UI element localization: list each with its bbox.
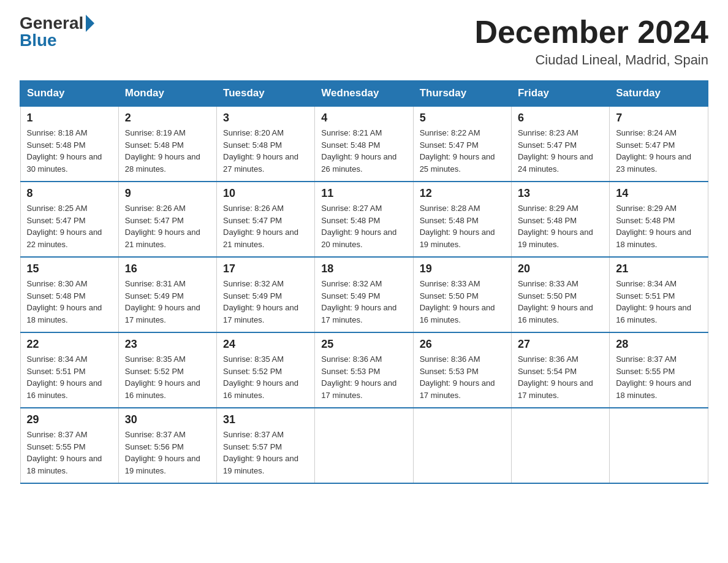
day-number: 5 — [420, 112, 505, 124]
day-number: 30 — [125, 413, 210, 426]
day-number: 31 — [223, 413, 308, 426]
day-info: Sunrise: 8:25 AM Sunset: 5:47 PM Dayligh… — [27, 202, 112, 250]
day-number: 26 — [420, 338, 505, 351]
day-number: 13 — [518, 187, 603, 200]
calendar-day-cell — [315, 408, 413, 483]
calendar-day-cell: 16 Sunrise: 8:31 AM Sunset: 5:49 PM Dayl… — [118, 257, 216, 332]
day-info: Sunrise: 8:33 AM Sunset: 5:50 PM Dayligh… — [420, 278, 505, 326]
calendar-day-cell: 4 Sunrise: 8:21 AM Sunset: 5:48 PM Dayli… — [315, 106, 413, 182]
day-info: Sunrise: 8:29 AM Sunset: 5:48 PM Dayligh… — [616, 202, 701, 250]
day-info: Sunrise: 8:35 AM Sunset: 5:52 PM Dayligh… — [125, 353, 210, 401]
day-number: 1 — [27, 112, 112, 124]
day-of-week-header: Wednesday — [315, 81, 413, 107]
page-header: General Blue December 2024 Ciudad Lineal… — [20, 15, 708, 68]
calendar-day-cell: 6 Sunrise: 8:23 AM Sunset: 5:47 PM Dayli… — [511, 106, 609, 182]
day-number: 6 — [518, 112, 603, 124]
day-number: 20 — [518, 262, 603, 275]
day-info: Sunrise: 8:29 AM Sunset: 5:48 PM Dayligh… — [518, 202, 603, 250]
day-info: Sunrise: 8:37 AM Sunset: 5:57 PM Dayligh… — [223, 429, 308, 477]
day-number: 25 — [321, 338, 406, 351]
day-number: 15 — [27, 262, 112, 275]
day-info: Sunrise: 8:20 AM Sunset: 5:48 PM Dayligh… — [223, 127, 308, 175]
calendar-title: December 2024 — [474, 15, 708, 50]
day-info: Sunrise: 8:21 AM Sunset: 5:48 PM Dayligh… — [321, 127, 406, 175]
calendar-day-cell: 13 Sunrise: 8:29 AM Sunset: 5:48 PM Dayl… — [511, 182, 609, 257]
calendar-day-cell: 18 Sunrise: 8:32 AM Sunset: 5:49 PM Dayl… — [315, 257, 413, 332]
day-info: Sunrise: 8:34 AM Sunset: 5:51 PM Dayligh… — [27, 353, 112, 401]
day-number: 3 — [223, 112, 308, 124]
day-info: Sunrise: 8:36 AM Sunset: 5:53 PM Dayligh… — [420, 353, 505, 401]
day-number: 21 — [616, 262, 701, 275]
calendar-day-cell: 27 Sunrise: 8:36 AM Sunset: 5:54 PM Dayl… — [511, 332, 609, 408]
day-info: Sunrise: 8:19 AM Sunset: 5:48 PM Dayligh… — [125, 127, 210, 175]
day-info: Sunrise: 8:26 AM Sunset: 5:47 PM Dayligh… — [125, 202, 210, 250]
calendar-header-row: SundayMondayTuesdayWednesdayThursdayFrid… — [20, 81, 708, 107]
calendar-week-row: 15 Sunrise: 8:30 AM Sunset: 5:48 PM Dayl… — [20, 257, 708, 332]
day-number: 27 — [518, 338, 603, 351]
day-of-week-header: Saturday — [610, 81, 708, 107]
logo-general-text: General — [20, 15, 83, 32]
day-number: 14 — [616, 187, 701, 200]
day-number: 12 — [420, 187, 505, 200]
calendar-day-cell: 1 Sunrise: 8:18 AM Sunset: 5:48 PM Dayli… — [20, 106, 118, 182]
day-info: Sunrise: 8:22 AM Sunset: 5:47 PM Dayligh… — [420, 127, 505, 175]
calendar-day-cell: 2 Sunrise: 8:19 AM Sunset: 5:48 PM Dayli… — [118, 106, 216, 182]
day-info: Sunrise: 8:26 AM Sunset: 5:47 PM Dayligh… — [223, 202, 308, 250]
day-info: Sunrise: 8:28 AM Sunset: 5:48 PM Dayligh… — [420, 202, 505, 250]
calendar-day-cell: 8 Sunrise: 8:25 AM Sunset: 5:47 PM Dayli… — [20, 182, 118, 257]
day-info: Sunrise: 8:37 AM Sunset: 5:55 PM Dayligh… — [616, 353, 701, 401]
day-number: 28 — [616, 338, 701, 351]
day-number: 7 — [616, 112, 701, 124]
day-info: Sunrise: 8:32 AM Sunset: 5:49 PM Dayligh… — [223, 278, 308, 326]
calendar-day-cell: 12 Sunrise: 8:28 AM Sunset: 5:48 PM Dayl… — [413, 182, 511, 257]
day-number: 9 — [125, 187, 210, 200]
day-info: Sunrise: 8:37 AM Sunset: 5:55 PM Dayligh… — [27, 429, 112, 477]
calendar-day-cell: 29 Sunrise: 8:37 AM Sunset: 5:55 PM Dayl… — [20, 408, 118, 483]
calendar-week-row: 1 Sunrise: 8:18 AM Sunset: 5:48 PM Dayli… — [20, 106, 708, 182]
day-info: Sunrise: 8:24 AM Sunset: 5:47 PM Dayligh… — [616, 127, 701, 175]
day-number: 24 — [223, 338, 308, 351]
day-info: Sunrise: 8:33 AM Sunset: 5:50 PM Dayligh… — [518, 278, 603, 326]
calendar-day-cell: 22 Sunrise: 8:34 AM Sunset: 5:51 PM Dayl… — [20, 332, 118, 408]
day-number: 29 — [27, 413, 112, 426]
day-of-week-header: Friday — [511, 81, 609, 107]
calendar-day-cell: 25 Sunrise: 8:36 AM Sunset: 5:53 PM Dayl… — [315, 332, 413, 408]
day-number: 19 — [420, 262, 505, 275]
day-of-week-header: Thursday — [413, 81, 511, 107]
day-info: Sunrise: 8:34 AM Sunset: 5:51 PM Dayligh… — [616, 278, 701, 326]
calendar-week-row: 29 Sunrise: 8:37 AM Sunset: 5:55 PM Dayl… — [20, 408, 708, 483]
day-number: 18 — [321, 262, 406, 275]
calendar-day-cell: 15 Sunrise: 8:30 AM Sunset: 5:48 PM Dayl… — [20, 257, 118, 332]
day-number: 22 — [27, 338, 112, 351]
calendar-day-cell: 19 Sunrise: 8:33 AM Sunset: 5:50 PM Dayl… — [413, 257, 511, 332]
calendar-day-cell: 17 Sunrise: 8:32 AM Sunset: 5:49 PM Dayl… — [217, 257, 315, 332]
calendar-day-cell — [413, 408, 511, 483]
calendar-day-cell: 7 Sunrise: 8:24 AM Sunset: 5:47 PM Dayli… — [610, 106, 708, 182]
calendar-day-cell: 14 Sunrise: 8:29 AM Sunset: 5:48 PM Dayl… — [610, 182, 708, 257]
day-of-week-header: Monday — [118, 81, 216, 107]
calendar-day-cell: 5 Sunrise: 8:22 AM Sunset: 5:47 PM Dayli… — [413, 106, 511, 182]
day-info: Sunrise: 8:37 AM Sunset: 5:56 PM Dayligh… — [125, 429, 210, 477]
day-number: 10 — [223, 187, 308, 200]
day-number: 8 — [27, 187, 112, 200]
calendar-day-cell: 21 Sunrise: 8:34 AM Sunset: 5:51 PM Dayl… — [610, 257, 708, 332]
calendar-day-cell: 24 Sunrise: 8:35 AM Sunset: 5:52 PM Dayl… — [217, 332, 315, 408]
calendar-day-cell: 31 Sunrise: 8:37 AM Sunset: 5:57 PM Dayl… — [217, 408, 315, 483]
day-info: Sunrise: 8:31 AM Sunset: 5:49 PM Dayligh… — [125, 278, 210, 326]
calendar-day-cell: 28 Sunrise: 8:37 AM Sunset: 5:55 PM Dayl… — [610, 332, 708, 408]
calendar-day-cell: 26 Sunrise: 8:36 AM Sunset: 5:53 PM Dayl… — [413, 332, 511, 408]
day-of-week-header: Sunday — [20, 81, 118, 107]
day-number: 2 — [125, 112, 210, 124]
calendar-day-cell: 23 Sunrise: 8:35 AM Sunset: 5:52 PM Dayl… — [118, 332, 216, 408]
day-number: 4 — [321, 112, 406, 124]
logo-blue-text: Blue — [20, 32, 57, 49]
day-number: 17 — [223, 262, 308, 275]
logo-triangle-icon — [86, 15, 94, 32]
day-number: 16 — [125, 262, 210, 275]
day-info: Sunrise: 8:32 AM Sunset: 5:49 PM Dayligh… — [321, 278, 406, 326]
day-info: Sunrise: 8:30 AM Sunset: 5:48 PM Dayligh… — [27, 278, 112, 326]
day-info: Sunrise: 8:23 AM Sunset: 5:47 PM Dayligh… — [518, 127, 603, 175]
calendar-day-cell: 11 Sunrise: 8:27 AM Sunset: 5:48 PM Dayl… — [315, 182, 413, 257]
day-info: Sunrise: 8:36 AM Sunset: 5:53 PM Dayligh… — [321, 353, 406, 401]
calendar-day-cell — [610, 408, 708, 483]
